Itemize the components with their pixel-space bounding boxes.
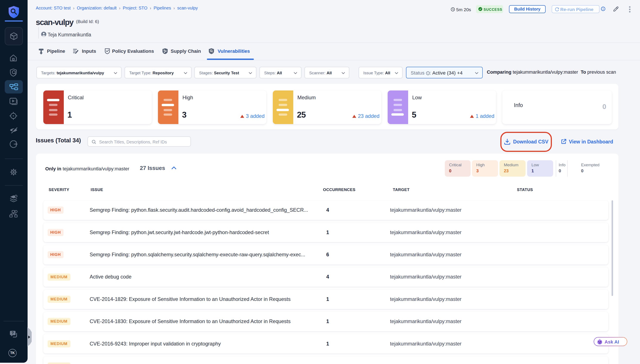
svg-text:?: ? xyxy=(12,331,14,335)
